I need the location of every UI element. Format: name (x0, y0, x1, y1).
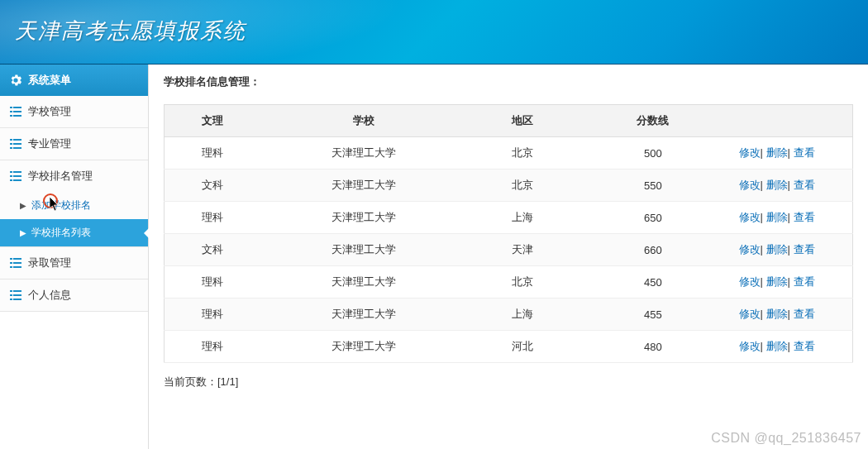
sidebar-item-school[interactable]: 学校管理 (0, 96, 148, 128)
svg-rect-6 (10, 139, 12, 141)
cell-score: 455 (577, 299, 728, 331)
sidebar-item-major[interactable]: 专业管理 (0, 128, 148, 160)
svg-rect-24 (10, 290, 12, 292)
list-icon (10, 106, 21, 117)
gear-icon (10, 74, 21, 86)
cell-score: 650 (577, 202, 728, 234)
cell-type: 理科 (165, 331, 261, 363)
delete-link[interactable]: 删除 (766, 146, 788, 159)
sidebar-item-label: 学校排名管理 (28, 169, 93, 184)
cell-actions: 修改| 删除| 查看 (729, 202, 853, 234)
edit-link[interactable]: 修改 (739, 179, 761, 191)
submenu-ranking-list[interactable]: ▶ 学校排名列表 (0, 219, 148, 246)
svg-rect-20 (10, 262, 12, 264)
svg-rect-27 (13, 294, 21, 296)
svg-rect-16 (10, 179, 12, 181)
list-icon (10, 289, 21, 301)
delete-link[interactable]: 删除 (766, 179, 788, 191)
cell-school: 天津理工大学 (260, 299, 467, 331)
svg-rect-8 (10, 143, 12, 145)
submenu-label: 学校排名列表 (31, 226, 91, 240)
delete-link[interactable]: 删除 (766, 308, 788, 320)
svg-rect-1 (13, 107, 21, 108)
svg-rect-21 (13, 262, 21, 264)
table-row: 文科天津理工大学北京550修改| 删除| 查看 (165, 170, 853, 202)
list-icon (10, 138, 21, 150)
view-link[interactable]: 查看 (794, 308, 815, 320)
cell-type: 理科 (165, 299, 261, 331)
cell-school: 天津理工大学 (260, 137, 467, 170)
cell-score: 480 (577, 331, 728, 363)
svg-rect-22 (10, 266, 12, 268)
cell-type: 理科 (165, 137, 261, 170)
sidebar-item-label: 个人信息 (28, 288, 71, 303)
edit-link[interactable]: 修改 (739, 146, 761, 159)
list-icon (10, 257, 21, 269)
svg-rect-9 (13, 143, 21, 145)
view-link[interactable]: 查看 (794, 146, 815, 159)
view-link[interactable]: 查看 (794, 211, 815, 223)
svg-rect-10 (10, 147, 12, 149)
delete-link[interactable]: 删除 (766, 211, 788, 223)
col-actions (729, 105, 853, 137)
delete-link[interactable]: 删除 (766, 340, 788, 352)
cell-region: 上海 (467, 299, 577, 331)
submenu-add-ranking[interactable]: ▶ 添加学校排名 (0, 192, 148, 219)
col-region: 地区 (467, 105, 577, 137)
watermark: CSDN @qq_251836457 (711, 431, 861, 446)
ranking-table: 文理 学校 地区 分数线 理科天津理工大学北京500修改| 删除| 查看文科天津… (164, 104, 853, 363)
cell-school: 天津理工大学 (260, 202, 467, 234)
cell-type: 文科 (165, 234, 261, 266)
view-link[interactable]: 查看 (794, 243, 815, 256)
edit-link[interactable]: 修改 (739, 308, 761, 320)
cell-region: 北京 (467, 170, 577, 202)
view-link[interactable]: 查看 (794, 340, 815, 352)
sidebar-item-label: 录取管理 (28, 256, 71, 270)
sidebar-item-ranking[interactable]: 学校排名管理 ▶ 添加学校排名 ▶ 学校排名列表 (0, 160, 148, 247)
svg-rect-5 (13, 115, 21, 117)
delete-link[interactable]: 删除 (766, 275, 788, 288)
cell-region: 河北 (467, 331, 577, 363)
edit-link[interactable]: 修改 (739, 243, 761, 256)
edit-link[interactable]: 修改 (739, 340, 761, 352)
svg-rect-4 (10, 115, 12, 117)
list-icon (10, 170, 21, 182)
cell-actions: 修改| 删除| 查看 (729, 266, 853, 299)
svg-rect-2 (10, 111, 12, 112)
sidebar-item-label: 学校管理 (28, 104, 71, 119)
cell-region: 天津 (467, 234, 577, 266)
svg-rect-18 (10, 258, 12, 260)
col-school: 学校 (260, 105, 467, 137)
table-row: 文科天津理工大学天津660修改| 删除| 查看 (165, 234, 853, 266)
cell-actions: 修改| 删除| 查看 (729, 170, 853, 202)
view-link[interactable]: 查看 (794, 179, 815, 191)
edit-link[interactable]: 修改 (739, 211, 761, 223)
cell-school: 天津理工大学 (260, 234, 467, 266)
svg-rect-13 (13, 171, 21, 173)
table-row: 理科天津理工大学北京450修改| 删除| 查看 (165, 266, 853, 299)
edit-link[interactable]: 修改 (739, 275, 761, 288)
svg-rect-15 (13, 175, 21, 177)
arrow-icon: ▶ (20, 228, 26, 237)
sidebar-item-profile[interactable]: 个人信息 (0, 279, 148, 312)
cell-score: 660 (577, 234, 728, 266)
svg-rect-0 (10, 107, 12, 108)
cell-region: 北京 (467, 266, 577, 299)
cell-score: 450 (577, 266, 728, 299)
sidebar-item-admission[interactable]: 录取管理 (0, 247, 148, 279)
svg-rect-25 (13, 290, 21, 292)
cell-school: 天津理工大学 (260, 170, 467, 202)
delete-link[interactable]: 删除 (766, 243, 788, 256)
view-link[interactable]: 查看 (794, 275, 815, 288)
cell-school: 天津理工大学 (260, 266, 467, 299)
cell-school: 天津理工大学 (260, 331, 467, 363)
svg-rect-11 (13, 147, 21, 149)
svg-rect-3 (13, 111, 21, 112)
col-score: 分数线 (577, 105, 728, 137)
main-content: 学校排名信息管理： 文理 学校 地区 分数线 理科天津理工大学北京500修改| … (149, 64, 868, 449)
pagination: 当前页数：[1/1] (164, 375, 853, 389)
table-row: 理科天津理工大学上海455修改| 删除| 查看 (165, 299, 853, 331)
app-header: 天津高考志愿填报系统 (0, 0, 868, 64)
sidebar-item-label: 专业管理 (28, 136, 71, 151)
cell-region: 上海 (467, 202, 577, 234)
